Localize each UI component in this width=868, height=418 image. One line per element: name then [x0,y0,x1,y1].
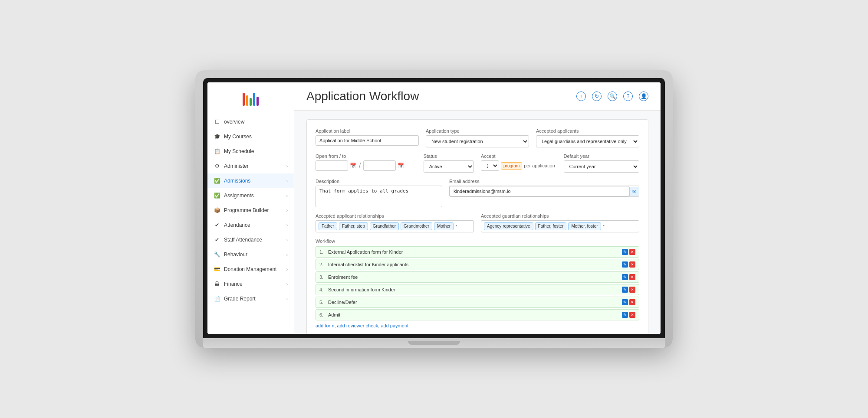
email-label: Email address [449,179,639,184]
workflow-text-5: Decline/Defer [328,300,622,305]
workflow-delete-btn-6[interactable]: ✕ [629,312,635,318]
workflow-edit-btn-3[interactable]: ✎ [622,274,628,280]
workflow-text-2: Internal checklist for Kinder applicants [328,262,622,267]
sidebar-item-label: Finance [224,281,283,287]
logo-bar-2 [246,95,248,106]
workflow-actions-6: ✎ ✕ [622,312,635,318]
tag-agency: Agency representative [484,222,533,230]
sidebar-item-staff-attendance[interactable]: ✔ Staff Attendance › [207,232,294,247]
admissions-icon: ✅ [214,177,220,184]
sidebar-item-label: Behaviour [224,251,283,258]
accept-select[interactable]: 1 [481,160,499,171]
application-label-group: Application label [316,128,419,146]
status-select[interactable]: Active [424,160,474,173]
sidebar-item-overview[interactable]: ☐ overview [207,114,294,129]
application-type-select[interactable]: New student registration [426,135,529,147]
sidebar-item-admissions[interactable]: ✅ Admissions › [207,173,294,188]
sidebar-item-label: Assignments [224,193,283,199]
add-form-link[interactable]: add form [316,323,334,328]
sidebar-item-finance[interactable]: 🏛 Finance › [207,277,294,291]
workflow-delete-btn-4[interactable]: ✕ [629,287,635,293]
application-label-label: Application label [316,128,419,134]
email-input[interactable] [450,186,629,196]
accepted-applicants-select[interactable]: Legal guardians and representative only [536,135,639,147]
add-payment-link[interactable]: add payment [381,323,408,328]
workflow-edit-btn-4[interactable]: ✎ [622,287,628,293]
workflow-actions-1: ✎ ✕ [622,249,635,255]
form-panel: Application label Application type New s… [306,119,648,334]
tags-add-icon[interactable]: ▪ [455,222,457,230]
default-year-label: Default year [564,153,640,159]
application-type-label: Application type [426,128,529,134]
workflow-num-3: 3. [319,274,326,280]
attendance-icon: ✔ [214,222,220,229]
courses-icon: 🎓 [214,133,220,140]
email-input-group: ✉ [449,186,639,197]
workflow-edit-btn-6[interactable]: ✎ [622,312,628,318]
workflow-delete-btn-3[interactable]: ✕ [629,274,635,280]
refresh-icon[interactable]: ↻ [592,91,602,101]
workflow-edit-btn-1[interactable]: ✎ [622,249,628,255]
search-icon[interactable]: 🔍 [608,91,617,101]
workflow-links: add form, add reviewer check, add paymen… [316,323,639,328]
workflow-text-1: External Application form for Kinder [328,249,622,255]
workflow-actions-2: ✎ ✕ [622,261,635,268]
sidebar-item-label: Attendance [224,222,283,228]
workflow-text-4: Second information form Kinder [328,287,622,292]
workflow-edit-btn-5[interactable]: ✎ [622,299,628,305]
workflow-num-1: 1. [319,249,326,255]
chevron-down-icon: › [286,297,288,301]
chevron-down-icon: › [286,252,288,257]
sidebar-item-programme-builder[interactable]: 📦 Programme Builder › [207,203,294,218]
logo-bar-3 [250,98,252,106]
logo-bars [243,93,259,106]
sidebar-item-administer[interactable]: ⚙ Administer › [207,159,294,173]
sidebar-item-assignments[interactable]: ✅ Assignments › [207,188,294,203]
chevron-down-icon: › [286,208,288,213]
email-send-icon[interactable]: ✉ [629,187,639,196]
guardian-relationships-group: Accepted guardian relationships Agency r… [481,213,639,232]
calendar-icon-2[interactable]: 📅 [398,163,404,169]
workflow-delete-btn-1[interactable]: ✕ [629,249,635,255]
laptop-notch [408,341,460,345]
sidebar: ☐ overview 🎓 My Courses 📋 My Schedule ⚙ … [207,82,294,334]
sidebar-item-grade-report[interactable]: 📄 Grade Report › [207,291,294,306]
sidebar-item-donation-management[interactable]: 💳 Donation Management › [207,262,294,277]
open-from-input[interactable] [316,160,348,171]
chevron-down-icon: › [286,282,288,287]
form-row-3: Description That form applies to all gra… [316,179,639,207]
sidebar-item-attendance[interactable]: ✔ Attendance › [207,218,294,232]
accept-group: Accept 1 program per application [481,153,557,171]
tag-grandmother: Grandmother [401,222,432,230]
sidebar-item-label: Donation Management [224,266,283,272]
workflow-delete-btn-2[interactable]: ✕ [629,261,635,268]
staff-attendance-icon: ✔ [214,236,220,243]
guardian-tags-container[interactable]: Agency representative Father, foster Mot… [481,220,639,232]
laptop-container: ☐ overview 🎓 My Courses 📋 My Schedule ⚙ … [195,70,673,348]
per-application-text: per application [524,163,555,168]
open-from-label: Open from / to [316,153,417,159]
workflow-edit-btn-2[interactable]: ✎ [622,261,628,268]
sidebar-item-my-courses[interactable]: 🎓 My Courses [207,129,294,144]
sidebar-item-my-schedule[interactable]: 📋 My Schedule [207,144,294,159]
plus-icon[interactable]: + [576,91,586,101]
description-textarea[interactable]: That form applies to all grades [316,186,442,207]
application-label-input[interactable] [316,135,419,146]
date-input-group: 📅 / 📅 [316,160,417,171]
user-icon[interactable]: 👤 [639,91,648,101]
workflow-delete-btn-5[interactable]: ✕ [629,299,635,305]
add-reviewer-check-link[interactable]: add reviewer check [337,323,378,328]
programme-icon: 📦 [214,207,220,214]
help-icon[interactable]: ? [623,91,633,101]
logo-bar-1 [243,93,245,106]
workflow-item-5: 5. Decline/Defer ✎ ✕ [316,297,639,308]
guardian-tags-add-icon[interactable]: ▪ [603,222,605,230]
sidebar-item-label: Programme Builder [224,207,283,213]
applicant-tags-container[interactable]: Father Father, step Grandfather Grandmot… [316,220,474,232]
calendar-icon[interactable]: 📅 [350,163,356,169]
workflow-num-4: 4. [319,287,326,292]
open-to-input[interactable] [363,160,396,171]
sidebar-item-behaviour[interactable]: 🔧 Behaviour › [207,247,294,262]
workflow-num-5: 5. [319,300,326,305]
default-year-select[interactable]: Current year [564,160,640,173]
